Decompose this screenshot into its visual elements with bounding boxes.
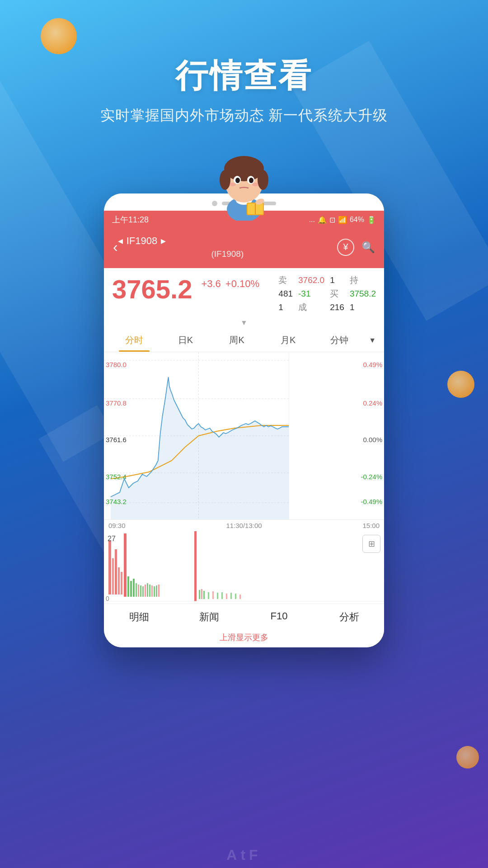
mascot — [208, 139, 280, 221]
symbol-left-arrow[interactable]: ◂ — [118, 234, 123, 248]
x-axis: 09:30 11:30/13:00 15:00 — [104, 519, 384, 531]
svg-rect-26 — [118, 567, 120, 594]
svg-rect-23 — [108, 540, 111, 594]
yuan-button[interactable]: ¥ — [337, 239, 354, 256]
y-pct-neg049: -0.49% — [361, 498, 382, 505]
nav-symbol: ◂ IF1908 ▸ — [118, 234, 337, 248]
y-label-3752: 3752.4 — [106, 473, 127, 481]
price-change-row: +3.6 +0.10% — [201, 278, 259, 290]
tab-more-icon[interactable]: ▼ — [365, 331, 380, 350]
atf-badge: AtF — [226, 847, 261, 863]
chart-right: 0.49% 0.24% 0.00% -0.24% -0.49% — [289, 352, 384, 519]
svg-rect-46 — [203, 591, 205, 599]
price-changes: +3.6 +0.10% — [201, 278, 259, 290]
phone-mockup: 上午11:28 ... 🔔 ⊡ 📶 64% 🔋 ‹ ◂ IF1908 ▸ (IF… — [104, 193, 384, 647]
svg-rect-52 — [230, 593, 232, 599]
x-label-start: 09:30 — [108, 522, 126, 529]
price-change-pct: +0.10% — [225, 278, 259, 290]
nav-bar: ‹ ◂ IF1908 ▸ (IF1908) ¥ 🔍 — [104, 229, 384, 268]
tab-fenxi[interactable]: 分析 — [314, 610, 384, 624]
svg-rect-39 — [151, 585, 153, 597]
svg-rect-24 — [112, 558, 114, 594]
svg-rect-35 — [142, 586, 144, 597]
svg-rect-25 — [115, 549, 117, 594]
sell-price: 3762.0 — [298, 275, 324, 285]
svg-rect-45 — [201, 589, 202, 599]
yuan-icon: ¥ — [343, 242, 348, 252]
y-pct-049: 0.49% — [363, 361, 382, 368]
nav-title: ◂ IF1908 ▸ (IF1908) — [118, 234, 337, 260]
svg-rect-36 — [145, 585, 146, 597]
chart-area: 3780.0 3770.8 3761.6 3752.4 3743.2 — [104, 352, 384, 519]
tab-f10[interactable]: F10 — [244, 610, 314, 624]
deal-label: 成 — [298, 302, 324, 313]
svg-rect-30 — [130, 581, 132, 597]
y-label-3770: 3770.8 — [106, 399, 127, 407]
y-label-3743: 3743.2 — [106, 498, 127, 505]
symbol-sub: (IF1908) — [118, 248, 337, 260]
svg-point-11 — [230, 183, 236, 186]
tab-mingxi[interactable]: 明细 — [104, 610, 174, 624]
tab-minute[interactable]: 分钟 — [314, 329, 366, 352]
hold-change: -31 — [298, 289, 324, 299]
svg-rect-50 — [221, 592, 223, 599]
svg-rect-28 — [124, 533, 127, 597]
svg-rect-27 — [121, 572, 122, 594]
svg-rect-53 — [235, 594, 236, 599]
decorative-orb-3 — [456, 746, 479, 769]
tab-xinwen[interactable]: 新闻 — [174, 610, 244, 624]
hero-section: 行情查看 实时掌握国内外市场动态 新一代系统大升级 — [0, 0, 488, 126]
svg-point-9 — [235, 178, 240, 183]
volume-chart-icon[interactable]: ⊞ — [362, 535, 380, 553]
svg-point-10 — [249, 178, 253, 183]
dropdown-arrow[interactable]: ▼ — [104, 317, 384, 329]
price-change-abs: +3.6 — [201, 278, 221, 290]
y-label-3761: 3761.6 — [106, 436, 127, 443]
y-pct-024: 0.24% — [363, 399, 382, 407]
svg-rect-47 — [208, 592, 209, 599]
svg-point-5 — [220, 170, 230, 190]
svg-rect-44 — [199, 590, 200, 599]
deal-val: 216 — [330, 302, 344, 312]
bottom-tabs: 明细 新闻 F10 分析 — [104, 604, 384, 629]
tab-monthly-k[interactable]: 月K — [263, 329, 314, 352]
mascot-container — [0, 139, 488, 221]
svg-rect-54 — [239, 594, 241, 599]
chart-left: 3780.0 3770.8 3761.6 3752.4 3743.2 — [104, 352, 289, 519]
svg-rect-41 — [156, 585, 157, 597]
phone-wrapper: 上午11:28 ... 🔔 ⊡ 📶 64% 🔋 ‹ ◂ IF1908 ▸ (IF… — [0, 193, 488, 647]
svg-rect-37 — [147, 583, 148, 597]
svg-point-6 — [258, 170, 268, 190]
symbol-right-arrow[interactable]: ▸ — [161, 234, 166, 248]
tab-weekly-k[interactable]: 周K — [211, 329, 263, 352]
svg-rect-38 — [149, 585, 150, 597]
tab-daily-k[interactable]: 日K — [160, 329, 211, 352]
buy-label: 买 — [330, 288, 344, 300]
hero-subtitle: 实时掌握国内外市场动态 新一代系统大升级 — [0, 106, 488, 126]
hold-val: 481 — [278, 289, 293, 299]
y-pct-000: 0.00% — [363, 436, 382, 443]
hold-label: 持 — [350, 274, 376, 286]
y-pct-neg024: -0.24% — [361, 473, 382, 481]
svg-rect-48 — [212, 591, 214, 599]
search-button[interactable]: 🔍 — [361, 241, 375, 254]
bottom-hint: 上滑显示更多 — [104, 629, 384, 647]
sell-qty: 1 — [330, 275, 344, 285]
svg-rect-31 — [133, 579, 135, 597]
y-label-3780: 3780.0 — [106, 361, 127, 368]
svg-rect-34 — [140, 585, 141, 597]
hero-title: 行情查看 — [0, 54, 488, 98]
chart-tabs: 分时 日K 周K 月K 分钟 ▼ — [104, 329, 384, 352]
buy-price: 3758.2 — [350, 289, 376, 299]
volume-area: 27 ⊞ — [104, 531, 384, 604]
nav-icons: ¥ 🔍 — [337, 239, 375, 256]
svg-rect-43 — [194, 531, 197, 601]
price-area: 3765.2 +3.6 +0.10% 卖 3762.0 1 持 481 -31 … — [104, 268, 384, 317]
back-button[interactable]: ‹ — [113, 239, 118, 255]
tab-fenshi[interactable]: 分时 — [108, 329, 160, 352]
sell-label: 卖 — [278, 274, 293, 286]
vol-label-top: 27 — [108, 535, 116, 543]
svg-rect-49 — [217, 593, 218, 599]
price-detail-grid: 卖 3762.0 1 持 481 -31 买 3758.2 1 成 216 1 — [278, 274, 376, 313]
buy-qty: 1 — [278, 302, 293, 312]
